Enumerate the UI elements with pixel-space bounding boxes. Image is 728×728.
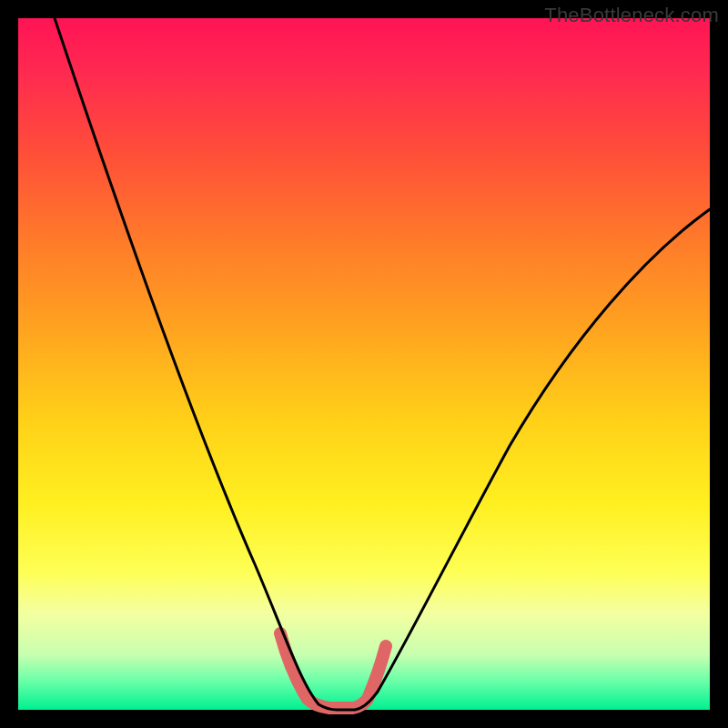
- chart-frame: TheBottleneck.com: [0, 0, 728, 728]
- watermark-text: TheBottleneck.com: [544, 4, 719, 27]
- plot-area: [18, 18, 710, 710]
- bottleneck-curve-svg: [18, 18, 710, 710]
- bottleneck-curve: [55, 18, 710, 710]
- highlight-band: [280, 633, 386, 708]
